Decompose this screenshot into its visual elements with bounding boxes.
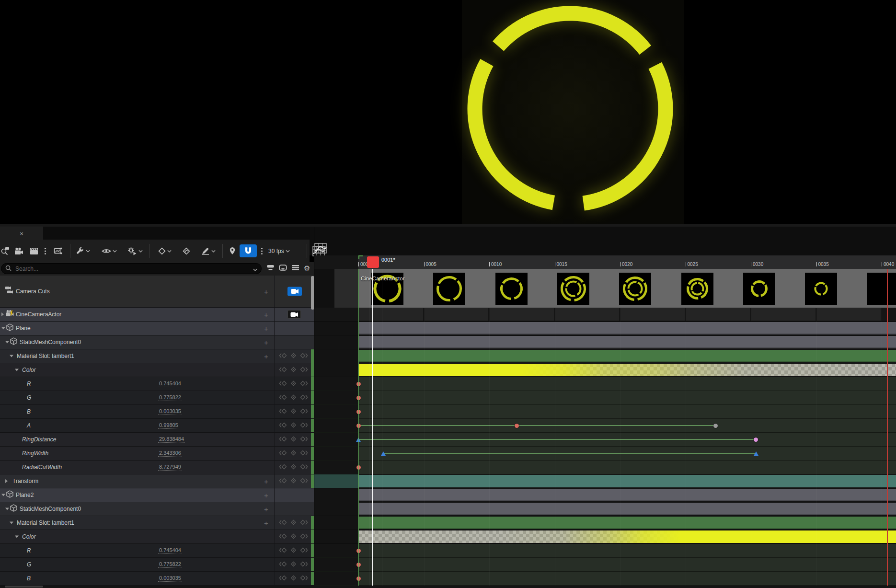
keyframe-red[interactable]: [515, 424, 519, 428]
key-add-icon[interactable]: [290, 546, 297, 555]
lane-material-slot-lambert1[interactable]: [314, 516, 896, 530]
key-next-icon[interactable]: [300, 546, 308, 555]
lane-a[interactable]: [314, 419, 896, 433]
key-add-icon[interactable]: [290, 477, 297, 485]
settings-gear-icon[interactable]: ⚙: [304, 264, 310, 273]
key-next-icon[interactable]: [300, 435, 308, 444]
track-row-radialcutwidth[interactable]: RadialCutWidth8.727949: [0, 461, 314, 474]
add-button[interactable]: +: [264, 288, 268, 296]
expander-collapsed-icon[interactable]: [1, 312, 4, 316]
add-button[interactable]: +: [264, 352, 268, 360]
camera-cut-block[interactable]: [490, 308, 554, 321]
camera-toggle-button[interactable]: [287, 310, 301, 319]
snap-toggle-button[interactable]: [240, 244, 257, 257]
lane-g[interactable]: [314, 558, 896, 572]
key-prev-icon[interactable]: [279, 352, 287, 360]
track-row-staticmeshcomponent0[interactable]: StaticMeshComponent0+: [0, 335, 314, 349]
lane-r[interactable]: [314, 377, 896, 391]
compact-view-icon[interactable]: [266, 264, 275, 273]
key-add-icon[interactable]: [290, 352, 297, 360]
value-field[interactable]: 0.745404: [158, 380, 182, 387]
curve-editor-icon[interactable]: [314, 243, 328, 255]
transform-section-bar[interactable]: [358, 475, 896, 487]
add-button[interactable]: +: [264, 505, 268, 513]
search-field[interactable]: [14, 265, 250, 273]
key-prev-icon[interactable]: [279, 477, 287, 485]
key-add-icon[interactable]: [290, 435, 297, 444]
key-next-icon[interactable]: [300, 519, 308, 527]
value-field[interactable]: 0.775822: [158, 394, 182, 401]
lane-ringdistance[interactable]: [314, 433, 896, 447]
track-row-g[interactable]: G0.775822: [0, 558, 314, 572]
add-button[interactable]: +: [264, 338, 268, 346]
keyframe-options-icon[interactable]: [158, 240, 172, 262]
section-bar[interactable]: [358, 503, 896, 515]
color-section-bar[interactable]: [358, 530, 896, 543]
expanded-view-icon[interactable]: [279, 264, 287, 273]
value-field[interactable]: 2.343306: [158, 450, 182, 457]
lane-ringwidth[interactable]: [314, 447, 896, 461]
lane-transform[interactable]: [314, 474, 896, 488]
key-next-icon[interactable]: [300, 532, 308, 541]
camera-cut-block[interactable]: [555, 308, 620, 321]
keyframe-blue[interactable]: [754, 451, 758, 456]
track-row-color[interactable]: Color: [0, 530, 314, 544]
timeline-ruler[interactable]: 0001* 0000000500100015002000250030003500…: [314, 255, 896, 269]
section-bar[interactable]: [358, 336, 896, 348]
add-button[interactable]: +: [264, 311, 268, 319]
lane-color[interactable]: [314, 530, 896, 544]
track-row-camera-cuts[interactable]: Camera Cuts+: [0, 276, 314, 308]
add-button[interactable]: +: [264, 477, 268, 485]
camera-cut-block[interactable]: [817, 308, 881, 321]
expander-expanded-icon[interactable]: [10, 522, 13, 524]
key-next-icon[interactable]: [300, 407, 308, 416]
lane-b[interactable]: [314, 405, 896, 419]
lane-plane[interactable]: [314, 322, 896, 335]
clapperboard-icon[interactable]: [30, 240, 39, 262]
track-row-b[interactable]: B0.003035: [0, 572, 314, 586]
lane-radialcutwidth[interactable]: [314, 461, 896, 474]
key-add-icon[interactable]: [290, 463, 297, 472]
key-prev-icon[interactable]: [279, 519, 287, 527]
lane-camera-cuts[interactable]: [314, 269, 896, 308]
lane-plane2[interactable]: [314, 488, 896, 502]
expander-expanded-icon[interactable]: [5, 341, 9, 344]
expander-expanded-icon[interactable]: [15, 369, 19, 371]
more-options-dots-icon[interactable]: [44, 240, 46, 262]
track-row-r[interactable]: R0.745404: [0, 544, 314, 558]
key-next-icon[interactable]: [300, 560, 308, 569]
edit-options-pencil-icon[interactable]: [201, 240, 216, 262]
track-row-ringwidth[interactable]: RingWidth2.343306: [0, 447, 314, 461]
chevron-down-icon[interactable]: [253, 265, 257, 273]
snapping-magnet-icon[interactable]: [240, 240, 257, 262]
add-button[interactable]: +: [264, 491, 268, 499]
key-prev-icon[interactable]: [279, 463, 287, 472]
lane-staticmeshcomponent0[interactable]: [314, 502, 896, 516]
track-row-transform[interactable]: Transform+: [0, 474, 314, 488]
key-next-icon[interactable]: [300, 574, 308, 583]
track-row-b[interactable]: B0.003035: [0, 405, 314, 419]
key-prev-icon[interactable]: [279, 421, 287, 430]
find-camera-icon[interactable]: [0, 240, 10, 262]
add-button[interactable]: +: [264, 324, 268, 333]
expander-expanded-icon[interactable]: [1, 494, 5, 496]
value-field[interactable]: 0.99805: [158, 422, 179, 429]
lane-r[interactable]: [314, 544, 896, 558]
panel-tab[interactable]: ×: [0, 227, 43, 240]
playback-options-icon[interactable]: [127, 240, 143, 262]
lane-g[interactable]: [314, 391, 896, 405]
view-options-eye-icon[interactable]: [102, 240, 117, 262]
expander-expanded-icon[interactable]: [10, 355, 13, 357]
key-prev-icon[interactable]: [279, 532, 287, 541]
value-field[interactable]: 8.727949: [158, 464, 182, 471]
lane-b[interactable]: [314, 572, 896, 586]
expander-collapsed-icon[interactable]: [5, 479, 8, 483]
key-add-icon[interactable]: [290, 421, 297, 430]
playhead-line[interactable]: [372, 269, 373, 586]
camera-cut-block[interactable]: [751, 308, 816, 321]
section-bar[interactable]: [358, 350, 896, 362]
value-field[interactable]: 0.745404: [158, 547, 182, 554]
key-prev-icon[interactable]: [279, 393, 287, 402]
key-next-icon[interactable]: [300, 366, 308, 374]
track-row-a[interactable]: A0.99805: [0, 419, 314, 433]
